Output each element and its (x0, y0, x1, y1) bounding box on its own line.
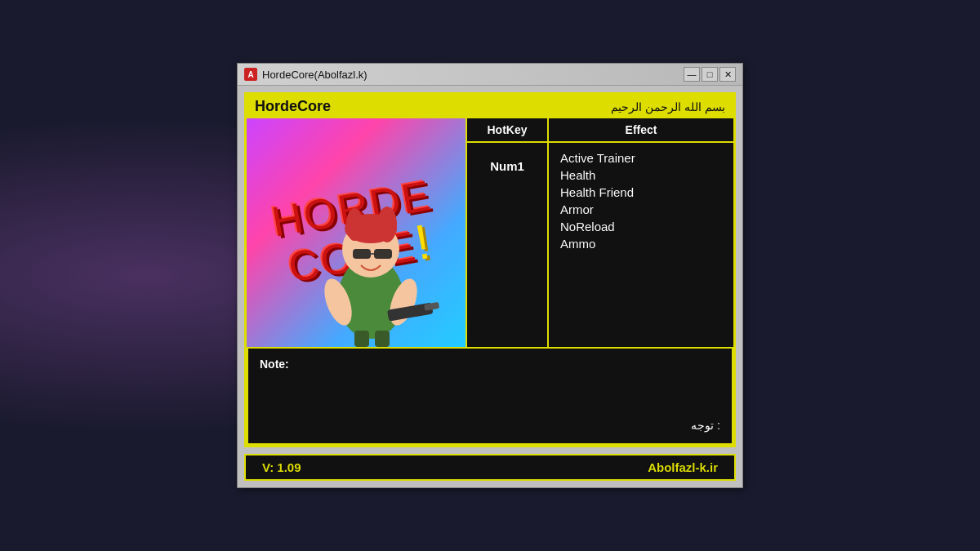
app-window: A HordeCore(Abolfazl.k) — □ ✕ HordeCore … (237, 63, 743, 488)
site-text: Abolfazl-k.ir (648, 460, 718, 474)
version-text: V: 1.09 (262, 460, 301, 474)
app-title: HordeCore (255, 98, 331, 115)
note-arabic: : توجه (691, 419, 720, 432)
effect-item: NoReload (560, 220, 722, 233)
table-data-row: Num1 Active TrainerHealthHealth FriendAr… (467, 143, 733, 347)
minimize-button[interactable]: — (684, 67, 700, 82)
app-icon: A (244, 68, 257, 81)
hotkey-table: HotKey Effect Num1 Active TrainerHealthH… (467, 118, 733, 347)
maximize-button[interactable]: □ (702, 67, 718, 82)
table-header: HotKey Effect (467, 118, 733, 143)
svg-rect-6 (374, 249, 392, 259)
window-title: HordeCore(Abolfazl.k) (262, 69, 679, 81)
close-button[interactable]: ✕ (719, 67, 736, 82)
arabic-header-text: بسم الله الرحمن الرحيم (611, 100, 725, 113)
svg-rect-13 (375, 331, 390, 347)
effect-item: Health (560, 168, 722, 182)
note-area: Note: : توجه (247, 347, 733, 445)
main-content: HordeCore بسم الله الرحمن الرحيم HORDE C… (244, 92, 736, 447)
col-header-hotkey: HotKey (467, 118, 549, 141)
character-image (297, 184, 444, 347)
effect-item: Armor (560, 202, 722, 216)
note-label: Note: (260, 358, 289, 371)
window-controls: — □ ✕ (684, 67, 736, 82)
svg-rect-11 (424, 302, 439, 311)
svg-rect-5 (353, 249, 371, 259)
app-header: HordeCore بسم الله الرحمن الرحيم (247, 95, 733, 118)
title-bar: A HordeCore(Abolfazl.k) — □ ✕ (238, 64, 742, 86)
effect-item: Health Friend (560, 185, 722, 199)
col-header-effect: Effect (549, 118, 733, 141)
effect-item: Ammo (560, 237, 722, 251)
footer-bar: V: 1.09 Abolfazl-k.ir (244, 454, 736, 481)
svg-point-3 (377, 207, 397, 242)
content-area: HORDE CORE! (247, 118, 733, 347)
hotkey-value: Num1 (467, 143, 549, 347)
game-image: HORDE CORE! (247, 118, 467, 347)
effects-list: Active TrainerHealthHealth FriendArmorNo… (549, 143, 733, 347)
svg-rect-12 (354, 331, 369, 347)
effect-item: Active Trainer (560, 151, 722, 165)
svg-point-4 (346, 208, 363, 241)
